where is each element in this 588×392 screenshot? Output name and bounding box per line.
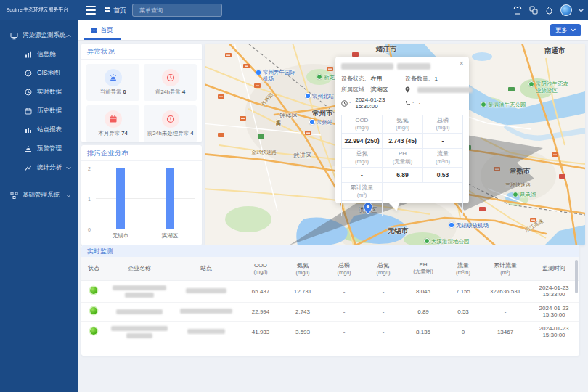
cell-tp: -: [324, 302, 364, 321]
history-icon: [25, 107, 33, 115]
table-row[interactable]: 41.933 3.593 - - 8.135 0 13467 2024-01-2…: [81, 321, 579, 343]
breadcrumb-home-label: 首页: [113, 6, 126, 15]
user-avatar[interactable]: [560, 4, 572, 16]
metric-value: 0.53: [423, 168, 462, 183]
table-row[interactable]: 65.437 12.731 - - 8.045 7.155 327636.531…: [81, 280, 579, 302]
popup-close-icon[interactable]: ×: [460, 60, 464, 68]
cell-time: 2024-01-23 15:30:00: [528, 321, 579, 343]
metric-unit: (无量纲): [383, 158, 422, 165]
sidebar-item-base-management[interactable]: 基础管理系统: [0, 186, 78, 205]
metric-name: 流量: [423, 150, 462, 158]
sidebar-item-alert-management[interactable]: 预警管理: [0, 139, 78, 158]
cell-ph: 8.135: [402, 321, 444, 343]
col-total-flow: 累计流量(m³): [482, 257, 528, 280]
col-tp: 总磷(mg/l): [324, 257, 364, 280]
sidebar-item-label: 历史数据: [37, 107, 78, 115]
sidebar-item-statistics[interactable]: 统计分析: [0, 158, 78, 177]
metric-value: 22.994 (250): [342, 134, 383, 149]
col-station: 站点: [173, 257, 240, 280]
metric-name: PH: [383, 150, 422, 158]
tab-active-underline: [84, 38, 121, 40]
stat-label: 当前异常: [99, 89, 121, 95]
table-row[interactable]: 22.994 2.743 - - 6.89 0.53 - 2024-01-23 …: [81, 302, 579, 321]
cell-nh3: 2.743: [282, 302, 324, 321]
popup-title-redacted: [341, 63, 463, 70]
metric-name: 总氮: [342, 150, 382, 158]
sidebar-item-label: 实时数据: [37, 88, 78, 97]
realtime-monitor-panel: 实时监测 状态 企业名称 站点 COD(mg/l) 氨氮(mg/l) 总磷(mg…: [81, 245, 579, 356]
station-name-redacted: [180, 309, 232, 314]
breadcrumb[interactable]: 首页: [105, 0, 126, 20]
metric-value: 2.743 (45): [383, 134, 423, 149]
gis-map[interactable]: 靖江市南通市常州市常熟市无锡市钟楼区武进区滨湖区新龙生态林常阴沙生态农业旅游区黄…: [205, 44, 585, 245]
cell-cod: 65.437: [240, 280, 282, 302]
chevron-up-icon: [66, 34, 71, 38]
clock-icon: [25, 89, 33, 97]
stat-current-alerts[interactable]: 当前异常0: [86, 64, 139, 101]
phone-icon: [405, 100, 411, 106]
status-dot-normal: [90, 287, 97, 294]
table-header-row: 状态 企业名称 站点 COD(mg/l) 氨氮(mg/l) 总磷(mg/l) 总…: [81, 257, 579, 280]
theme-skin-icon[interactable]: [513, 6, 522, 15]
more-button[interactable]: 更多: [550, 24, 581, 36]
menu-search[interactable]: [132, 4, 222, 17]
table-scrollbar[interactable]: [575, 260, 578, 293]
menu-toggle-icon[interactable]: [86, 6, 96, 15]
gis-compass-icon: [25, 70, 33, 78]
sidebar-item-realtime-data[interactable]: 实时数据: [0, 83, 78, 102]
col-cod: COD(mg/l): [240, 257, 282, 280]
info-hub-icon: [25, 51, 33, 59]
metric-name: 累计流量: [342, 184, 382, 192]
cell-total: 327636.531: [482, 280, 528, 302]
user-menu-chevron-icon[interactable]: [579, 9, 584, 12]
app-logo: Squirrel生态环境云服务平台: [0, 0, 68, 20]
calendar-alert-icon: [105, 110, 122, 128]
dark-mode-icon[interactable]: [544, 6, 554, 15]
stat-value: 4: [190, 130, 193, 136]
stat-unhandled-alerts[interactable]: 前24h未处理异常4: [144, 105, 197, 142]
sidebar-item-pollution-system[interactable]: 污染源监测系统: [0, 26, 78, 45]
app-root: Squirrel生态环境云服务平台 首页: [0, 0, 588, 392]
cell-time: 2024-01-23 15:33:00: [528, 280, 579, 302]
popup-field-value: 2024-01-23 15:30:00: [355, 97, 405, 110]
stat-24h-alerts[interactable]: 前24h异常4: [144, 64, 197, 101]
tab-home-icon: [91, 28, 97, 33]
chart-panel-title: 排污企业分布: [81, 145, 202, 161]
status-dot-normal: [90, 327, 97, 335]
metric-name: COD: [342, 117, 382, 124]
search-input[interactable]: [139, 7, 219, 14]
cell-total: -: [482, 302, 528, 321]
alerts-panel-title: 异常状况: [81, 44, 202, 60]
sidebar-item-gis-map[interactable]: GIS地图: [0, 64, 78, 83]
sidebar-nav: 污染源监测系统 信息舱 GIS地图 实时数据 历史数据 站点报表 预警管理: [0, 20, 78, 392]
report-icon: [25, 126, 33, 134]
cell-tn: -: [364, 321, 402, 343]
cell-time: 2024-01-23 15:30:00: [528, 302, 579, 321]
chart-plot: 012无锡市滨湖区: [96, 168, 195, 229]
language-icon[interactable]: [528, 6, 538, 15]
tab-home[interactable]: 首页: [84, 20, 121, 40]
company-name-redacted: [106, 309, 173, 314]
cell-tp: -: [324, 321, 364, 343]
cell-tn: -: [364, 280, 402, 302]
cell-tn: -: [364, 302, 402, 321]
enterprise-distribution-panel: 排污企业分布 012无锡市滨湖区: [81, 145, 202, 245]
chevron-down-icon: [66, 194, 71, 197]
popup-field-label: 设备数量:: [405, 75, 430, 83]
cell-flow: 7.155: [444, 280, 482, 302]
cell-cod: 41.933: [240, 321, 282, 343]
metric-unit: (mg/l): [383, 124, 422, 131]
sidebar-item-site-report[interactable]: 站点报表: [0, 121, 78, 139]
base-system-icon: [10, 192, 18, 200]
location-icon: [405, 86, 410, 93]
chevron-down-icon: [66, 166, 71, 170]
stat-month-alerts[interactable]: 本月异常74: [86, 105, 139, 142]
metric-unit: (mg/l): [342, 158, 382, 165]
popup-field-label: :: [412, 100, 414, 107]
col-time: 监测时间: [528, 257, 579, 280]
sidebar-item-label: 预警管理: [37, 144, 78, 153]
sidebar-item-info-hub[interactable]: 信息舱: [0, 45, 78, 64]
monitor-system-icon: [10, 32, 18, 40]
sidebar-item-label: GIS地图: [37, 69, 78, 78]
sidebar-item-history-data[interactable]: 历史数据: [0, 102, 78, 121]
